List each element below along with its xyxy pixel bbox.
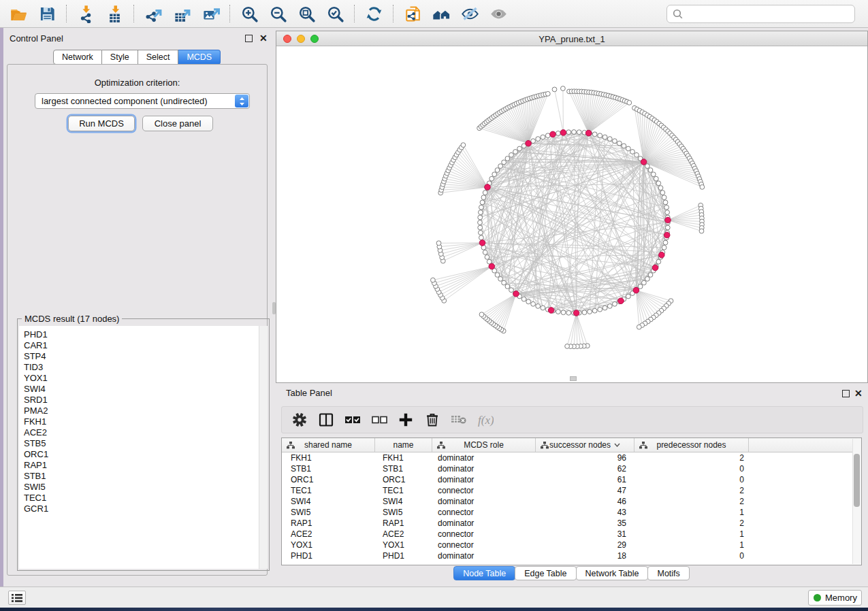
- column-header-empty: [749, 438, 861, 452]
- table-scrollbar[interactable]: [852, 439, 861, 564]
- table-row[interactable]: ORC1ORC1dominator610: [282, 474, 861, 485]
- table-scrollbar-thumb[interactable]: [854, 454, 860, 507]
- hide-selected-icon[interactable]: [459, 3, 481, 24]
- zoom-out-icon[interactable]: [267, 3, 289, 24]
- delete-icon[interactable]: [424, 411, 440, 429]
- split-columns-icon[interactable]: [318, 411, 334, 429]
- deselect-all-icon[interactable]: [371, 411, 387, 429]
- float-panel-icon[interactable]: [245, 35, 253, 42]
- close-table-panel-icon[interactable]: ✕: [854, 390, 863, 397]
- control-panel-title: Control Panel: [10, 33, 63, 44]
- mcds-result-item[interactable]: ACE2: [19, 427, 268, 438]
- duplicate-network-icon[interactable]: [402, 3, 423, 24]
- select-all-icon[interactable]: [344, 411, 361, 429]
- table-tabs: Node TableEdge TableNetwork TableMotifs: [276, 566, 868, 580]
- show-all-icon[interactable]: [430, 3, 452, 24]
- optimization-select[interactable]: largest connected component (undirected): [35, 93, 250, 109]
- function-builder-icon[interactable]: f(x): [477, 411, 494, 429]
- network-window: YPA_prune.txt_1: [276, 31, 868, 383]
- export-image-icon[interactable]: [199, 3, 221, 24]
- table-panel: Table Panel ✕ f(x) shared namenameMCDS r…: [276, 384, 868, 587]
- tab-mcds[interactable]: MCDS: [178, 50, 221, 65]
- table-row[interactable]: YOX1YOX1connector291: [282, 540, 861, 550]
- table-row[interactable]: STB1STB1dominator620: [282, 463, 861, 474]
- horizontal-splitter-handle[interactable]: [570, 376, 577, 381]
- mcds-result-item[interactable]: STP4: [19, 351, 268, 362]
- refresh-icon[interactable]: [363, 3, 385, 24]
- table-row[interactable]: RAP1RAP1dominator352: [282, 518, 861, 529]
- memory-status-icon: [814, 594, 821, 601]
- mcds-result-item[interactable]: ORC1: [19, 449, 268, 460]
- mcds-result-item[interactable]: SWI4: [19, 384, 268, 395]
- close-panel-icon[interactable]: ✕: [259, 35, 268, 42]
- add-column-icon[interactable]: [398, 411, 414, 429]
- mcds-result-item[interactable]: TEC1: [19, 493, 268, 503]
- mcds-result-item[interactable]: RAP1: [19, 460, 268, 471]
- column-header-MCDS-role[interactable]: MCDS role: [432, 438, 536, 452]
- mcds-result-item[interactable]: STB5: [19, 438, 268, 449]
- network-window-title: YPA_prune.txt_1: [276, 34, 867, 44]
- table-row[interactable]: ACE2ACE2connector311: [282, 529, 861, 540]
- mcds-result-item[interactable]: PMA2: [19, 406, 268, 416]
- control-panel: Control Panel ✕ NetworkStyleSelectMCDS O…: [3, 28, 272, 587]
- mcds-result-item[interactable]: SWI5: [19, 482, 268, 493]
- vertical-splitter-handle[interactable]: [272, 302, 276, 314]
- mcds-list-scrollbar[interactable]: [259, 326, 268, 569]
- export-table-icon[interactable]: [171, 3, 193, 24]
- mcds-result-item[interactable]: PHD1: [19, 329, 268, 340]
- tab-network[interactable]: Network: [53, 50, 102, 65]
- task-history-button[interactable]: [8, 591, 26, 605]
- table-row[interactable]: FKH1FKH1dominator962: [282, 452, 861, 463]
- toolbar-separator: [66, 5, 67, 22]
- memory-button[interactable]: Memory: [808, 590, 862, 606]
- sort-descending-icon: [614, 443, 620, 447]
- zoom-in-icon[interactable]: [238, 3, 260, 24]
- mcds-result-item[interactable]: SRD1: [19, 395, 268, 406]
- network-canvas[interactable]: [276, 46, 867, 382]
- tab-style[interactable]: Style: [102, 50, 138, 65]
- import-network-icon[interactable]: [75, 3, 97, 24]
- table-row[interactable]: PHD1PHD1dominator180: [282, 550, 861, 561]
- tab-motifs[interactable]: Motifs: [647, 566, 689, 580]
- search-icon: [673, 9, 683, 19]
- control-panel-tabs: NetworkStyleSelectMCDS: [53, 50, 221, 65]
- export-network-icon[interactable]: [142, 3, 164, 24]
- zoom-fit-icon[interactable]: [295, 3, 317, 24]
- svg-text:f(x): f(x): [478, 414, 494, 427]
- zoom-selected-icon[interactable]: [324, 3, 346, 24]
- tab-select[interactable]: Select: [138, 50, 179, 65]
- node-table-rows: FKH1FKH1dominator962STB1STB1dominator620…: [282, 452, 861, 561]
- tab-network-table[interactable]: Network Table: [576, 566, 649, 580]
- tab-node-table[interactable]: Node Table: [453, 566, 515, 580]
- delete-table-icon[interactable]: [451, 411, 467, 429]
- run-mcds-button[interactable]: Run MCDS: [68, 116, 135, 131]
- mcds-result-item[interactable]: FKH1: [19, 416, 268, 427]
- column-header-shared-name[interactable]: shared name: [282, 438, 375, 452]
- column-header-successor-nodes[interactable]: successor nodes: [536, 438, 634, 452]
- mcds-result-item[interactable]: STB1: [19, 471, 268, 482]
- gear-icon[interactable]: [291, 411, 308, 429]
- mcds-result-item[interactable]: GCR1: [19, 503, 268, 514]
- table-row[interactable]: SWI4SWI4dominator462: [282, 496, 861, 507]
- network-window-titlebar[interactable]: YPA_prune.txt_1: [276, 31, 867, 46]
- table-row[interactable]: SWI5SWI5connector431: [282, 507, 861, 518]
- show-eye-icon[interactable]: [487, 3, 509, 24]
- search-input[interactable]: [666, 5, 855, 23]
- optimization-label: Optimization criterion:: [7, 78, 267, 88]
- mcds-result-item[interactable]: TID3: [19, 362, 268, 373]
- mcds-result-item[interactable]: CAR1: [19, 340, 268, 351]
- save-icon[interactable]: [36, 3, 58, 24]
- tab-edge-table[interactable]: Edge Table: [515, 566, 576, 580]
- open-file-icon[interactable]: [7, 3, 29, 24]
- column-header-name[interactable]: name: [375, 438, 432, 452]
- table-row[interactable]: TEC1TEC1connector472: [282, 485, 861, 496]
- mcds-result-item[interactable]: YOX1: [19, 373, 268, 384]
- list-icon: [12, 593, 22, 603]
- application-window: { "toolbar": { "icons": ["open-file-icon…: [0, 0, 868, 611]
- close-panel-button[interactable]: Close panel: [142, 116, 213, 131]
- column-header-predecessor-nodes[interactable]: predecessor nodes: [634, 438, 749, 452]
- mcds-result-list[interactable]: PHD1CAR1STP4TID3YOX1SWI4SRD1PMA2FKH1ACE2…: [19, 326, 268, 569]
- import-table-icon[interactable]: [103, 3, 125, 24]
- float-table-panel-icon[interactable]: [842, 390, 850, 397]
- select-spinner-icon: [235, 95, 248, 108]
